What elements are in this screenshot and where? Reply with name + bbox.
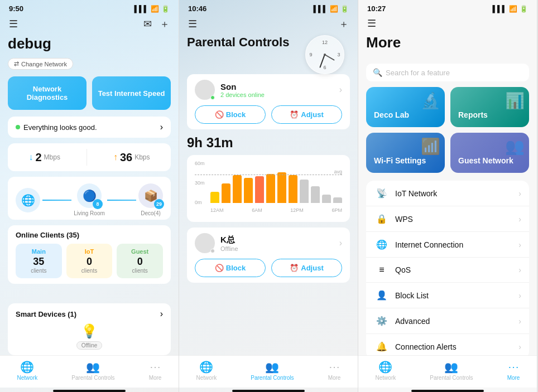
- guest-network-card[interactable]: 👥 Guest Network: [450, 133, 529, 173]
- add-icon[interactable]: ＋: [160, 17, 170, 31]
- tab-parental-3[interactable]: 👥 Parental Controls: [430, 360, 473, 381]
- tab-network-3[interactable]: 🌐 Network: [376, 360, 396, 381]
- network-tab-icon: 🌐: [20, 360, 34, 374]
- more-tab-icon-3: ⋯: [508, 360, 519, 374]
- chart-bars-son: [210, 161, 342, 205]
- deco-node: 📦 29 Deco(4): [138, 183, 163, 216]
- chart-y-labels: 60m 30m 0m: [195, 161, 205, 205]
- deco-icon: 📦 29: [138, 183, 163, 208]
- tab-indicator-3: [411, 390, 484, 392]
- chart-bar-11: [333, 197, 342, 203]
- son-block-button[interactable]: 🚫 Block: [195, 105, 266, 124]
- k-chevron[interactable]: ›: [339, 238, 342, 248]
- diagram-line-2: [107, 200, 136, 201]
- block-icon: 🚫: [215, 110, 224, 119]
- menu-item-qos[interactable]: ≡ QoS ›: [366, 258, 529, 283]
- search-icon: 🔍: [373, 68, 382, 77]
- guest-sub: clients: [121, 268, 158, 274]
- advanced-icon: ⚙️: [374, 316, 390, 326]
- son-online-dot: [210, 95, 215, 100]
- status-row: Everything looks good. ›: [8, 117, 171, 138]
- k-name: K总: [220, 235, 339, 245]
- chart-bar-8: [300, 180, 309, 203]
- advanced-label: Advanced: [395, 317, 518, 326]
- k-adjust-label: Adjust: [301, 264, 323, 272]
- network-tab-label-3: Network: [376, 375, 396, 381]
- qos-chevron: ›: [518, 265, 521, 274]
- tab-more-3[interactable]: ⋯ More: [507, 360, 520, 381]
- status-icons-2: ▌▌▌ 📶 🔋: [313, 5, 349, 13]
- tab-more-2[interactable]: ⋯ More: [328, 360, 341, 381]
- deco-lab-card[interactable]: 🔬 Deco Lab: [366, 87, 445, 127]
- k-block-button[interactable]: 🚫 Block: [195, 259, 266, 277]
- parental-content: Son 2 devices online › 🚫 Block ⏰ Adjust …: [179, 74, 358, 355]
- up-speed-unit: Kbps: [134, 153, 150, 161]
- menu-icon[interactable]: ☰: [9, 18, 18, 30]
- chart-bar-10: [322, 195, 331, 203]
- status-chevron[interactable]: ›: [160, 122, 163, 132]
- menu-item-alerts[interactable]: 🔔 Connection Alerts ›: [366, 334, 529, 355]
- tab-network-1[interactable]: 🌐 Network: [17, 360, 38, 381]
- change-network-button[interactable]: ⇄ Change Network: [8, 58, 73, 70]
- clients-grid: Main 35 clients IoT 0 clients Guest 0 cl…: [16, 244, 163, 278]
- smart-devices-header: Smart Devices (1) ›: [16, 309, 163, 319]
- reports-card[interactable]: 📊 Reports: [450, 87, 529, 127]
- menu-icon-2[interactable]: ☰: [188, 18, 197, 30]
- internet-label: Internet Connection: [395, 240, 518, 249]
- test-speed-button[interactable]: Test Internet Speed: [92, 76, 171, 110]
- tab-network-2[interactable]: 🌐 Network: [196, 360, 217, 381]
- status-time-2: 10:46: [188, 4, 206, 13]
- menu-item-iot[interactable]: 📡 IoT Network ›: [366, 181, 529, 206]
- panel3-content: More 🔍 Search for a feature 🔬 Deco Lab 📊…: [358, 34, 537, 355]
- x-label-12pm: 12PM: [290, 207, 304, 213]
- deco-badge: 29: [154, 199, 164, 209]
- alerts-label: Connection Alerts: [395, 342, 518, 351]
- router-node: 🔵 8 Living Room: [74, 183, 105, 216]
- clients-section: Online Clients (35) Main 35 clients IoT …: [8, 225, 171, 284]
- guest-clients-card[interactable]: Guest 0 clients: [117, 244, 163, 278]
- hour-hand: [325, 54, 335, 61]
- add-icon-2[interactable]: ＋: [339, 17, 349, 31]
- mail-icon[interactable]: ✉: [143, 18, 152, 30]
- son-usage-time: 9h 31m: [187, 135, 350, 151]
- network-tab-label: Network: [17, 375, 38, 381]
- tab-indicator-1: [53, 390, 126, 392]
- blocklist-icon: 👤: [374, 290, 390, 301]
- top-nav-2: ☰ ＋: [179, 15, 358, 35]
- menu-list: 📡 IoT Network › 🔒 WPS › 🌐 Internet Conne…: [366, 181, 529, 355]
- smart-devices-chevron[interactable]: ›: [160, 309, 163, 319]
- more-tab-icon: ⋯: [150, 360, 161, 374]
- clock-12: 12: [322, 40, 328, 45]
- wifi-settings-icon-bg: 📶: [421, 137, 440, 156]
- tab-parental-2[interactable]: 👥 Parental Controls: [251, 360, 294, 381]
- internet-chevron: ›: [518, 240, 521, 249]
- search-bar[interactable]: 🔍 Search for a feature: [366, 64, 529, 81]
- son-avatar: [195, 80, 215, 100]
- status-bar-1: 9:50 ▌▌▌ 📶 🔋: [0, 0, 179, 15]
- tab-more-1[interactable]: ⋯ More: [149, 360, 162, 381]
- more-tab-icon-2: ⋯: [329, 360, 340, 374]
- chart-avg-line: [195, 175, 342, 175]
- menu-item-wps[interactable]: 🔒 WPS ›: [366, 206, 529, 232]
- wifi-settings-card[interactable]: 📶 Wi-Fi Settings: [366, 133, 445, 173]
- k-adjust-button[interactable]: ⏰ Adjust: [271, 259, 342, 277]
- menu-item-internet[interactable]: 🌐 Internet Connection ›: [366, 232, 529, 258]
- qos-label: QoS: [395, 265, 518, 274]
- network-diagnostics-button[interactable]: Network Diagnostics: [8, 76, 87, 110]
- son-adjust-button[interactable]: ⏰ Adjust: [271, 105, 342, 124]
- tab-parental-1[interactable]: 👥 Parental Controls: [71, 360, 114, 381]
- iot-clients-card[interactable]: IoT 0 clients: [66, 244, 113, 278]
- parental-tab-icon: 👥: [86, 360, 100, 374]
- adjust-icon: ⏰: [290, 110, 299, 119]
- son-chevron[interactable]: ›: [339, 85, 342, 95]
- main-clients-card[interactable]: Main 35 clients: [16, 244, 62, 278]
- smart-devices-card: Smart Devices (1) › 💡 Offline: [8, 303, 171, 355]
- x-label-12am: 12AM: [210, 207, 224, 213]
- menu-icon-3[interactable]: ☰: [367, 17, 376, 30]
- y-label-60: 60m: [195, 161, 205, 166]
- menu-item-advanced[interactable]: ⚙️ Advanced ›: [366, 308, 529, 334]
- x-label-6am: 6AM: [252, 207, 262, 213]
- status-time-3: 10:27: [367, 4, 386, 13]
- menu-item-blocklist[interactable]: 👤 Block List ›: [366, 283, 529, 308]
- parental-tab-label: Parental Controls: [71, 375, 114, 381]
